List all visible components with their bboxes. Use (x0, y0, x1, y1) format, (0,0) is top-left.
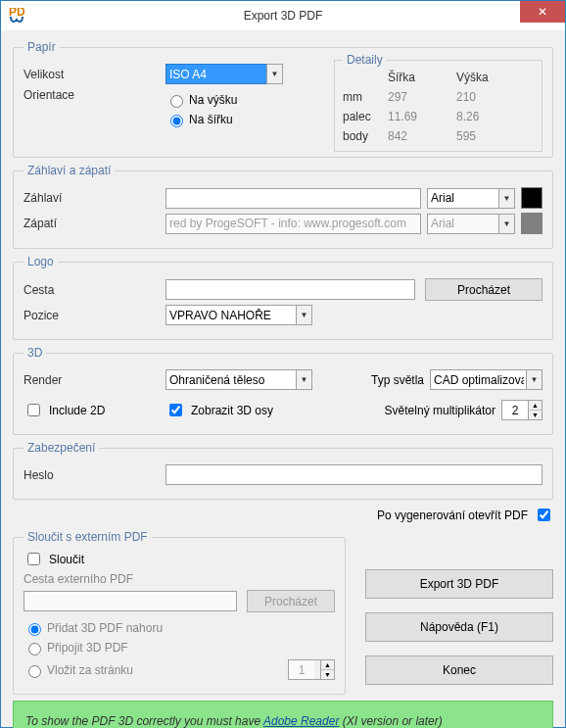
show-axes-label: Zobrazit 3D osy (191, 404, 273, 417)
password-input[interactable] (165, 464, 542, 485)
details-width-header: Šířka (388, 71, 456, 84)
close-button[interactable]: ✕ (520, 1, 565, 23)
three-d-group: 3D Render Ohraničená těleso Typ světla C… (13, 346, 553, 435)
merge-opt-insert-label: Vložit za stránku (47, 663, 133, 677)
details-legend: Detaily (343, 53, 387, 67)
orient-portrait-radio[interactable] (170, 95, 183, 108)
details-group: Detaily ŠířkaVýška mm297210 palec11.698.… (334, 60, 542, 152)
render-label: Render (24, 373, 165, 387)
logo-pos-select[interactable]: VPRAVO NAHOŘE (165, 305, 312, 325)
details-unit: palec (343, 110, 388, 123)
post-open-label: Po vygenerování otevřít PDF (377, 509, 528, 522)
footer-text-mid: (XI version or later) (339, 714, 442, 728)
merge-path-label: Cesta externího PDF (24, 572, 335, 586)
post-open-checkbox[interactable] (538, 509, 550, 521)
footer-note: To show the PDF 3D correctly you must ha… (13, 701, 553, 728)
details-val: 11.69 (388, 110, 456, 123)
light-type-select[interactable]: CAD optimalizovar (430, 369, 542, 390)
footer-label: Zápatí (24, 217, 165, 230)
merge-opt-insert-radio[interactable] (28, 665, 41, 678)
logo-browse-button[interactable]: Procházet (425, 278, 542, 301)
merge-checkbox[interactable] (27, 553, 40, 565)
logo-group: Logo Cesta Procházet Pozice VPRAVO NAHOŘ… (13, 255, 553, 340)
spinner-up-icon[interactable]: ▲ (529, 401, 542, 411)
details-val: 210 (456, 90, 515, 104)
export-button[interactable]: Export 3D PDF (365, 569, 553, 599)
header-input[interactable] (165, 188, 421, 209)
light-mult-input[interactable] (502, 401, 528, 419)
details-unit: body (343, 129, 388, 143)
details-val: 297 (388, 90, 456, 104)
footer-input[interactable] (165, 214, 421, 234)
merge-opt-append-label: Připojit 3D PDF (47, 641, 128, 655)
details-val: 8.26 (456, 110, 515, 123)
merge-browse-button[interactable]: Procházet (247, 590, 335, 612)
light-mult-spinner[interactable]: ▲▼ (501, 400, 542, 420)
spinner-up-icon[interactable]: ▲ (321, 660, 334, 670)
three-d-legend: 3D (24, 346, 46, 360)
merge-page-input[interactable] (289, 660, 314, 679)
spinner-down-icon[interactable]: ▼ (529, 411, 542, 419)
details-height-header: Výška (456, 71, 515, 84)
close-icon: ✕ (538, 5, 547, 19)
merge-path-input[interactable] (24, 591, 237, 611)
orient-landscape-radio[interactable] (170, 115, 183, 127)
help-button[interactable]: Nápověda (F1) (365, 612, 553, 642)
footer-color-swatch[interactable] (521, 213, 542, 234)
merge-page-spinner[interactable]: ▲▼ (288, 659, 335, 680)
logo-legend: Logo (24, 255, 58, 268)
render-select[interactable]: Ohraničená těleso (165, 369, 312, 390)
hf-legend: Záhlaví a zápatí (24, 164, 115, 177)
merge-legend: Sloučit s externím PDF (24, 530, 152, 544)
footer-text-pre: To show the PDF 3D correctly you must ha… (25, 714, 263, 728)
logo-path-input[interactable] (165, 279, 415, 300)
footer-font-select[interactable]: Arial (427, 214, 515, 234)
size-label: Velikost (24, 68, 165, 81)
include-2d-checkbox[interactable] (27, 404, 40, 416)
titlebar: PDF Export 3D PDF ✕ (1, 1, 565, 30)
orient-portrait-label: Na výšku (189, 93, 237, 107)
details-val: 842 (388, 129, 456, 143)
header-color-swatch[interactable] (521, 187, 542, 209)
details-unit: mm (343, 90, 388, 104)
paper-group: Papír Velikost ISO A4 Orientace Na výšku… (13, 40, 553, 158)
security-legend: Zabezpečení (24, 441, 99, 455)
window-title: Export 3D PDF (244, 9, 323, 23)
size-select[interactable]: ISO A4 (165, 64, 283, 84)
app-icon: PDF (9, 8, 24, 24)
details-val: 595 (456, 129, 515, 143)
security-group: Zabezpečení Heslo (13, 441, 553, 500)
orient-landscape-label: Na šířku (189, 113, 233, 126)
spinner-down-icon[interactable]: ▼ (321, 670, 334, 679)
light-mult-label: Světelný multiplikátor (385, 404, 495, 417)
password-label: Heslo (24, 468, 165, 482)
adobe-reader-link[interactable]: Adobe Reader (263, 714, 339, 728)
close-dialog-button[interactable]: Konec (365, 655, 553, 685)
paper-legend: Papír (24, 40, 60, 54)
show-axes-checkbox[interactable] (169, 404, 182, 416)
header-font-select[interactable]: Arial (427, 188, 515, 209)
logo-path-label: Cesta (24, 283, 165, 297)
merge-group: Sloučit s externím PDF Sloučit Cesta ext… (13, 530, 346, 695)
include-2d-label: Include 2D (49, 404, 105, 417)
merge-opt-top-radio[interactable] (28, 623, 41, 636)
header-footer-group: Záhlaví a zápatí Záhlaví Arial Zápatí Ar… (13, 164, 553, 249)
logo-pos-label: Pozice (24, 309, 165, 322)
merge-opt-top-label: Přidat 3D PDF nahoru (47, 621, 163, 635)
merge-chk-label: Sloučit (49, 553, 84, 566)
merge-opt-append-radio[interactable] (28, 643, 41, 655)
light-type-label: Typ světla (371, 373, 424, 387)
header-label: Záhlaví (24, 191, 165, 205)
orientation-label: Orientace (24, 88, 165, 102)
